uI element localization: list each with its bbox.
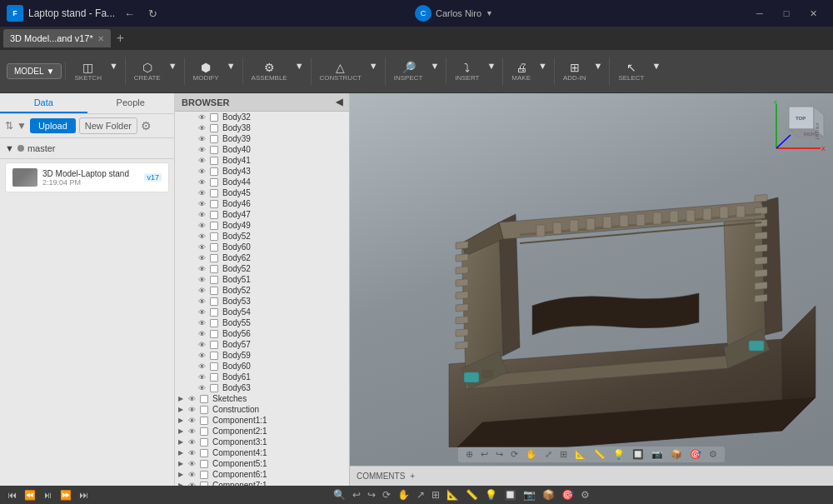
tree-checkbox[interactable]	[210, 135, 218, 143]
tree-item[interactable]: 👁 Body53	[175, 296, 349, 307]
tree-eye-icon[interactable]: 👁	[198, 211, 208, 219]
tree-checkbox[interactable]	[200, 406, 208, 414]
tree-checkbox[interactable]	[210, 319, 218, 327]
tree-eye-icon[interactable]: 👁	[188, 395, 198, 403]
tree-eye-icon[interactable]: 👁	[198, 287, 208, 295]
tree-expand-arrow[interactable]: ▶	[178, 406, 187, 413]
tree-eye-icon[interactable]: 👁	[198, 384, 208, 392]
bottom-tool-4[interactable]: ⟳	[380, 488, 393, 502]
tree-checkbox[interactable]	[210, 384, 218, 392]
tree-checkbox[interactable]	[210, 297, 218, 306]
skip-forward-button[interactable]: ⏭	[77, 490, 91, 500]
insert-button[interactable]: ⤵ INSERT	[451, 59, 482, 83]
construct-button[interactable]: △ CONSTRUCT	[317, 59, 365, 83]
tree-item[interactable]: 👁 Body51	[175, 274, 349, 285]
tree-eye-icon[interactable]: 👁	[198, 178, 208, 187]
tree-eye-icon[interactable]: 👁	[198, 352, 208, 360]
tree-checkbox[interactable]	[210, 146, 218, 154]
tree-eye-icon[interactable]: 👁	[198, 157, 208, 165]
tree-checkbox[interactable]	[200, 427, 208, 436]
tree-eye-icon[interactable]: 👁	[198, 167, 208, 176]
tree-checkbox[interactable]	[200, 471, 208, 479]
tree-item[interactable]: 👁 Body60	[175, 361, 349, 372]
nav-3d[interactable]: 📦	[668, 448, 685, 461]
tree-eye-icon[interactable]: 👁	[188, 471, 198, 479]
tree-checkbox[interactable]	[210, 232, 218, 241]
browser-collapse-icon[interactable]: ◀	[336, 97, 342, 107]
tree-item[interactable]: 👁 Body61	[175, 372, 349, 382]
tree-item[interactable]: ▶ 👁 Component7:1	[175, 480, 349, 486]
file-item[interactable]: 3D Model-Laptop stand 2:19:04 PM v17	[5, 162, 169, 192]
tab-close-icon[interactable]: ✕	[97, 34, 104, 43]
tree-item[interactable]: ▶ 👁 Component5:1	[175, 458, 349, 469]
tree-item[interactable]: 👁 Body39	[175, 133, 349, 144]
tree-checkbox[interactable]	[200, 449, 208, 457]
tree-checkbox[interactable]	[200, 417, 208, 425]
tree-item[interactable]: ▶ 👁 Sketches	[175, 393, 349, 404]
tree-eye-icon[interactable]: 👁	[198, 341, 208, 349]
tree-eye-icon[interactable]: 👁	[198, 373, 208, 382]
tree-item[interactable]: 👁 Body49	[175, 220, 349, 231]
tree-eye-icon[interactable]: 👁	[188, 427, 198, 436]
nav-undo[interactable]: ↩	[478, 448, 491, 461]
sketch-dropdown[interactable]: ▼	[106, 59, 122, 83]
comments-add-icon[interactable]: +	[410, 472, 415, 481]
tree-eye-icon[interactable]: 👁	[198, 254, 208, 262]
tree-checkbox[interactable]	[210, 167, 218, 176]
bottom-tool-3[interactable]: ↪	[365, 488, 378, 502]
tree-expand-arrow[interactable]: ▶	[178, 427, 187, 435]
tree-eye-icon[interactable]: 👁	[198, 200, 208, 208]
people-tab[interactable]: People	[87, 93, 175, 113]
tree-eye-icon[interactable]: 👁	[188, 449, 198, 457]
tree-checkbox[interactable]	[210, 373, 218, 382]
modify-dropdown[interactable]: ▼	[223, 59, 239, 83]
nav-light[interactable]: 💡	[611, 448, 627, 461]
tree-checkbox[interactable]	[210, 200, 218, 208]
tree-checkbox[interactable]	[210, 330, 218, 338]
select-dropdown[interactable]: ▼	[649, 59, 665, 83]
tree-item[interactable]: 👁 Body43	[175, 166, 349, 177]
tree-checkbox[interactable]	[210, 276, 218, 284]
tree-eye-icon[interactable]: 👁	[198, 308, 208, 317]
refresh-icon[interactable]: ↻	[144, 6, 162, 22]
bottom-tool-8[interactable]: 📐	[444, 488, 461, 502]
bottom-tool-13[interactable]: 📦	[540, 488, 557, 502]
data-tab[interactable]: Data	[0, 93, 87, 113]
tree-expand-arrow[interactable]: ▶	[178, 471, 187, 478]
tree-item[interactable]: ▶ 👁 Component1:1	[175, 415, 349, 426]
tree-item[interactable]: 👁 Body60	[175, 242, 349, 252]
tree-checkbox[interactable]	[210, 254, 218, 262]
tree-checkbox[interactable]	[200, 438, 208, 447]
tree-eye-icon[interactable]: 👁	[188, 406, 198, 414]
bottom-tool-10[interactable]: 💡	[482, 488, 500, 502]
nav-grid[interactable]: ⊞	[557, 448, 570, 461]
tree-checkbox[interactable]	[210, 113, 218, 122]
nav-box[interactable]: 🔲	[630, 448, 646, 461]
tree-expand-arrow[interactable]: ▶	[178, 395, 187, 402]
tree-expand-arrow[interactable]: ▶	[178, 482, 187, 486]
tree-eye-icon[interactable]: 👁	[198, 232, 208, 241]
tree-item[interactable]: ▶ 👁 Component4:1	[175, 447, 349, 458]
tree-checkbox[interactable]	[210, 352, 218, 360]
minimize-button[interactable]: ─	[746, 4, 773, 22]
tree-expand-arrow[interactable]: ▶	[178, 438, 187, 446]
make-dropdown[interactable]: ▼	[535, 59, 551, 83]
tree-expand-arrow[interactable]: ▶	[178, 449, 187, 457]
tree-eye-icon[interactable]: 👁	[198, 124, 208, 132]
tree-eye-icon[interactable]: 👁	[198, 146, 208, 154]
tree-item[interactable]: 👁 Body63	[175, 382, 349, 393]
nav-measure[interactable]: 📐	[572, 448, 589, 461]
model-dropdown-button[interactable]: MODEL ▼	[7, 63, 62, 79]
assemble-button[interactable]: ⚙ ASSEMBLE	[248, 59, 291, 83]
nav-camera[interactable]: 📷	[649, 448, 666, 461]
tree-checkbox[interactable]	[210, 362, 218, 371]
tree-item[interactable]: 👁 Body52	[175, 285, 349, 296]
tree-eye-icon[interactable]: 👁	[188, 417, 198, 425]
user-dropdown[interactable]: ▼	[486, 9, 493, 17]
tree-item[interactable]: 👁 Body45	[175, 187, 349, 198]
nav-rotate[interactable]: ⟳	[508, 448, 521, 461]
tree-item[interactable]: ▶ 👁 Component2:1	[175, 426, 349, 437]
make-button[interactable]: 🖨 MAKE	[508, 59, 534, 83]
tree-item[interactable]: 👁 Body47	[175, 209, 349, 220]
tree-item[interactable]: 👁 Body46	[175, 198, 349, 209]
